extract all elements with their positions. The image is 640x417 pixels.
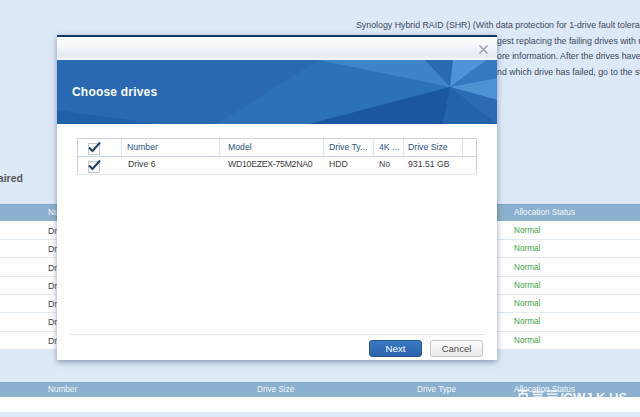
svg-text:/CWJ.K.US: /CWJ.K.US — [560, 390, 628, 405]
